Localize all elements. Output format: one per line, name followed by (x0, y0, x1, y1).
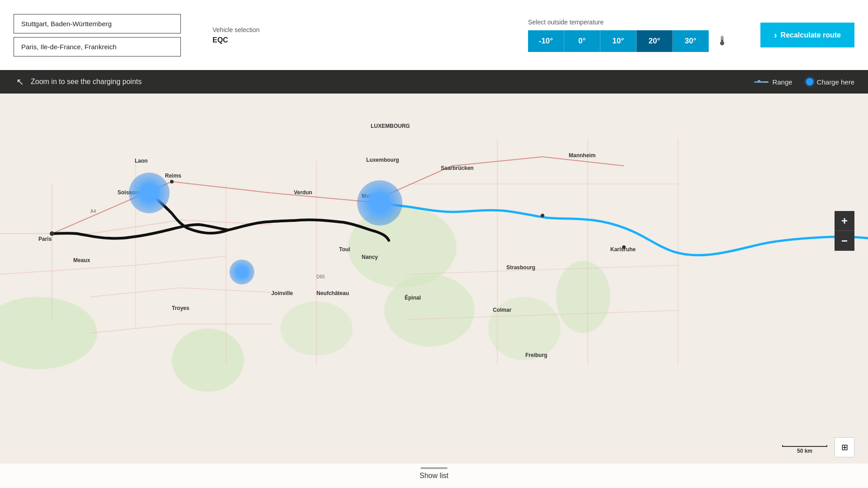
temp-buttons-group: -10° 0° 10° 20° 30° 🌡 (528, 30, 729, 52)
charge-point-3[interactable] (230, 260, 255, 285)
svg-point-6 (556, 261, 610, 333)
temp-btn-30[interactable]: 30° (673, 30, 709, 52)
svg-point-36 (541, 214, 544, 217)
scale-label: 50 km (797, 448, 812, 454)
legend-range-label: Range (772, 78, 792, 86)
thermometer-icon: 🌡 (716, 33, 729, 48)
temp-btn-10[interactable]: 10° (600, 30, 637, 52)
legend-charge-item: Charge here (806, 78, 854, 86)
map-bar: ↖ Zoom in to see the charging points Ran… (0, 70, 868, 94)
destination-input[interactable] (14, 37, 181, 56)
zoom-hint: ↖ Zoom in to see the charging points (14, 75, 142, 88)
scale-line (782, 445, 827, 447)
show-list-bar[interactable]: Show list (0, 464, 868, 488)
charge-dot-icon (806, 78, 813, 85)
svg-point-33 (50, 231, 54, 236)
location-inputs (14, 14, 181, 56)
map-background: Paris Reims Metz Nancy Strasbourg Karlsr… (0, 94, 868, 488)
scale-bar: 50 km (782, 445, 827, 454)
range-line-icon (754, 81, 769, 83)
vehicle-label: Vehicle selection (212, 26, 259, 33)
vehicle-value: EQC (212, 36, 259, 44)
temp-btn-0[interactable]: 0° (564, 30, 600, 52)
zoom-cursor-icon: ↖ (14, 75, 26, 88)
svg-point-4 (384, 274, 475, 347)
legend-range-item: Range (754, 78, 792, 86)
header: Vehicle selection EQC Select outside tem… (0, 0, 868, 70)
zoom-controls: + − (835, 211, 854, 251)
svg-point-2 (172, 328, 244, 392)
temperature-section: Select outside temperature -10° 0° 10° 2… (528, 19, 729, 52)
temp-btn-minus10[interactable]: -10° (528, 30, 564, 52)
map-legend: Range Charge here (754, 78, 854, 86)
charge-point-2[interactable] (357, 180, 402, 225)
zoom-out-button[interactable]: − (835, 231, 854, 251)
origin-input[interactable] (14, 14, 181, 33)
layer-button[interactable]: ⊞ (835, 437, 854, 457)
show-list-label: Show list (420, 472, 448, 480)
charge-point-1[interactable] (129, 173, 170, 213)
svg-point-37 (622, 245, 626, 249)
vehicle-section: Vehicle selection EQC (212, 26, 259, 44)
map-container[interactable]: Paris Reims Metz Nancy Strasbourg Karlsr… (0, 94, 868, 488)
recalculate-button[interactable]: Recalculate route (760, 23, 854, 47)
temp-label: Select outside temperature (528, 19, 729, 26)
svg-point-7 (488, 297, 561, 360)
temp-btn-20[interactable]: 20° (637, 30, 673, 52)
legend-charge-label: Charge here (817, 78, 854, 86)
map-svg (0, 94, 868, 488)
svg-point-34 (170, 180, 174, 183)
zoom-hint-text: Zoom in to see the charging points (31, 78, 142, 86)
zoom-in-button[interactable]: + (835, 211, 854, 231)
